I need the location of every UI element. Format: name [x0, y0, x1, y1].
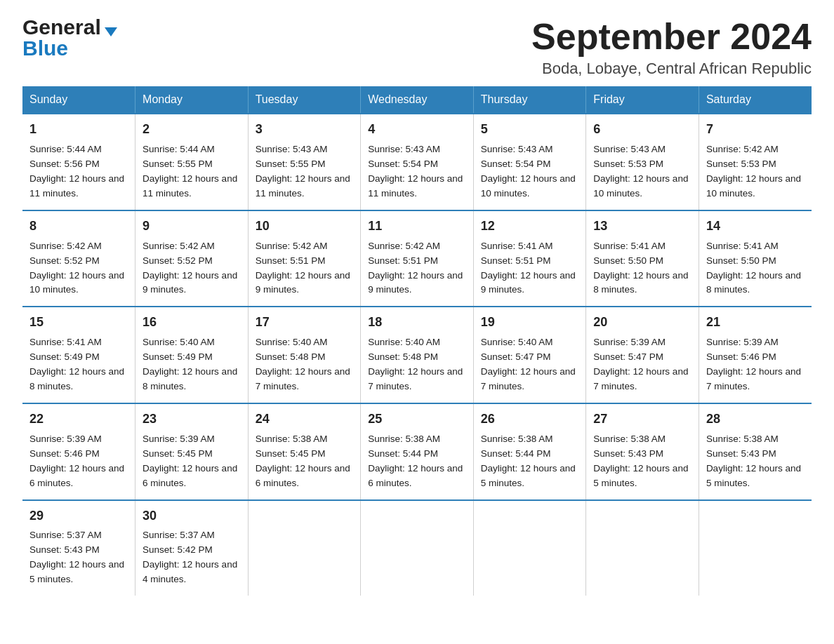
day-number: 21: [706, 313, 805, 333]
title-block: September 2024 Boda, Lobaye, Central Afr…: [531, 17, 812, 78]
sunrise-text: Sunrise: 5:41 AM: [481, 241, 553, 251]
sunrise-text: Sunrise: 5:40 AM: [143, 337, 215, 347]
sunset-text: Sunset: 5:43 PM: [29, 544, 100, 555]
daylight-text: Daylight: 12 hours and 8 minutes.: [706, 270, 801, 295]
calendar-cell: [586, 500, 699, 596]
calendar-cell: [699, 500, 812, 596]
header-wednesday: Wednesday: [361, 86, 474, 114]
sunrise-text: Sunrise: 5:38 AM: [256, 434, 328, 444]
calendar-table: Sunday Monday Tuesday Wednesday Thursday…: [22, 86, 812, 596]
header-monday: Monday: [135, 86, 249, 114]
day-number: 16: [143, 313, 241, 333]
sunset-text: Sunset: 5:45 PM: [256, 448, 326, 459]
daylight-text: Daylight: 12 hours and 6 minutes.: [29, 463, 124, 488]
daylight-text: Daylight: 12 hours and 5 minutes.: [706, 463, 801, 488]
calendar-cell: 29Sunrise: 5:37 AMSunset: 5:43 PMDayligh…: [22, 500, 135, 596]
daylight-text: Daylight: 12 hours and 6 minutes.: [368, 463, 463, 488]
sunrise-text: Sunrise: 5:39 AM: [593, 337, 666, 347]
calendar-cell: 18Sunrise: 5:40 AMSunset: 5:48 PMDayligh…: [361, 307, 474, 403]
daylight-text: Daylight: 12 hours and 11 minutes.: [256, 173, 350, 199]
sunset-text: Sunset: 5:56 PM: [29, 159, 100, 169]
sunset-text: Sunset: 5:54 PM: [368, 159, 438, 169]
sunset-text: Sunset: 5:48 PM: [368, 351, 438, 362]
calendar-cell: 23Sunrise: 5:39 AMSunset: 5:45 PMDayligh…: [135, 403, 249, 500]
day-number: 26: [481, 410, 579, 429]
sunset-text: Sunset: 5:43 PM: [706, 448, 776, 459]
calendar-cell: 26Sunrise: 5:38 AMSunset: 5:44 PMDayligh…: [473, 403, 586, 500]
calendar-cell: 17Sunrise: 5:40 AMSunset: 5:48 PMDayligh…: [248, 307, 361, 403]
sunset-text: Sunset: 5:50 PM: [706, 255, 776, 266]
calendar-cell: 13Sunrise: 5:41 AMSunset: 5:50 PMDayligh…: [586, 210, 699, 307]
day-number: 14: [706, 217, 805, 236]
sunrise-text: Sunrise: 5:37 AM: [143, 530, 215, 540]
calendar-cell: 8Sunrise: 5:42 AMSunset: 5:52 PMDaylight…: [22, 210, 135, 307]
sunset-text: Sunset: 5:49 PM: [29, 351, 100, 362]
calendar-cell: 6Sunrise: 5:43 AMSunset: 5:53 PMDaylight…: [586, 114, 699, 210]
daylight-text: Daylight: 12 hours and 8 minutes.: [29, 366, 124, 391]
calendar-cell: 10Sunrise: 5:42 AMSunset: 5:51 PMDayligh…: [248, 210, 361, 307]
sunset-text: Sunset: 5:55 PM: [143, 159, 213, 169]
sunrise-text: Sunrise: 5:38 AM: [706, 434, 779, 444]
daylight-text: Daylight: 12 hours and 5 minutes.: [593, 463, 688, 488]
header-tuesday: Tuesday: [248, 86, 361, 114]
sunset-text: Sunset: 5:43 PM: [593, 448, 663, 459]
sunset-text: Sunset: 5:44 PM: [481, 448, 551, 459]
calendar-week-2: 8Sunrise: 5:42 AMSunset: 5:52 PMDaylight…: [22, 210, 812, 307]
daylight-text: Daylight: 12 hours and 11 minutes.: [143, 173, 237, 199]
day-number: 13: [593, 217, 691, 236]
sunrise-text: Sunrise: 5:42 AM: [368, 241, 440, 251]
day-number: 29: [29, 507, 128, 526]
sunrise-text: Sunrise: 5:43 AM: [593, 144, 666, 154]
logo-triangle-icon: [105, 27, 117, 36]
daylight-text: Daylight: 12 hours and 10 minutes.: [593, 173, 688, 199]
calendar-cell: 12Sunrise: 5:41 AMSunset: 5:51 PMDayligh…: [473, 210, 586, 307]
calendar-cell: 27Sunrise: 5:38 AMSunset: 5:43 PMDayligh…: [586, 403, 699, 500]
day-number: 30: [143, 507, 241, 526]
day-number: 23: [143, 410, 241, 429]
calendar-cell: 4Sunrise: 5:43 AMSunset: 5:54 PMDaylight…: [361, 114, 474, 210]
sunrise-text: Sunrise: 5:42 AM: [143, 241, 215, 251]
sunset-text: Sunset: 5:51 PM: [481, 255, 551, 266]
calendar-cell: 11Sunrise: 5:42 AMSunset: 5:51 PMDayligh…: [361, 210, 474, 307]
calendar-cell: 2Sunrise: 5:44 AMSunset: 5:55 PMDaylight…: [135, 114, 249, 210]
sunrise-text: Sunrise: 5:39 AM: [143, 434, 215, 444]
sunrise-text: Sunrise: 5:42 AM: [706, 144, 779, 154]
calendar-week-3: 15Sunrise: 5:41 AMSunset: 5:49 PMDayligh…: [22, 307, 812, 403]
sunset-text: Sunset: 5:51 PM: [256, 255, 326, 266]
sunset-text: Sunset: 5:47 PM: [481, 351, 551, 362]
sunrise-text: Sunrise: 5:44 AM: [29, 144, 102, 154]
daylight-text: Daylight: 12 hours and 9 minutes.: [481, 270, 576, 295]
calendar-cell: 16Sunrise: 5:40 AMSunset: 5:49 PMDayligh…: [135, 307, 249, 403]
daylight-text: Daylight: 12 hours and 9 minutes.: [256, 270, 350, 295]
daylight-text: Daylight: 12 hours and 7 minutes.: [256, 366, 350, 391]
calendar-cell: 22Sunrise: 5:39 AMSunset: 5:46 PMDayligh…: [22, 403, 135, 500]
calendar-cell: 14Sunrise: 5:41 AMSunset: 5:50 PMDayligh…: [699, 210, 812, 307]
calendar-cell: 9Sunrise: 5:42 AMSunset: 5:52 PMDaylight…: [135, 210, 249, 307]
logo: General Blue: [22, 17, 117, 59]
calendar-cell: 19Sunrise: 5:40 AMSunset: 5:47 PMDayligh…: [473, 307, 586, 403]
calendar-cell: 7Sunrise: 5:42 AMSunset: 5:53 PMDaylight…: [699, 114, 812, 210]
calendar-cell: [248, 500, 361, 596]
daylight-text: Daylight: 12 hours and 9 minutes.: [143, 270, 237, 295]
day-number: 5: [481, 120, 579, 140]
sunset-text: Sunset: 5:48 PM: [256, 351, 326, 362]
day-number: 27: [593, 410, 691, 429]
sunset-text: Sunset: 5:47 PM: [593, 351, 663, 362]
sunrise-text: Sunrise: 5:37 AM: [29, 530, 102, 540]
day-number: 8: [29, 217, 128, 236]
day-number: 9: [143, 217, 241, 236]
page-subtitle: Boda, Lobaye, Central African Republic: [531, 60, 812, 78]
calendar-cell: 3Sunrise: 5:43 AMSunset: 5:55 PMDaylight…: [248, 114, 361, 210]
daylight-text: Daylight: 12 hours and 7 minutes.: [368, 366, 463, 391]
sunrise-text: Sunrise: 5:38 AM: [593, 434, 666, 444]
sunrise-text: Sunrise: 5:39 AM: [706, 337, 779, 347]
sunrise-text: Sunrise: 5:42 AM: [256, 241, 328, 251]
day-number: 4: [368, 120, 466, 140]
day-number: 12: [481, 217, 579, 236]
calendar-week-1: 1Sunrise: 5:44 AMSunset: 5:56 PMDaylight…: [22, 114, 812, 210]
calendar-header-row: Sunday Monday Tuesday Wednesday Thursday…: [22, 86, 812, 114]
daylight-text: Daylight: 12 hours and 5 minutes.: [481, 463, 576, 488]
day-number: 10: [256, 217, 354, 236]
sunset-text: Sunset: 5:44 PM: [368, 448, 438, 459]
header-thursday: Thursday: [473, 86, 586, 114]
